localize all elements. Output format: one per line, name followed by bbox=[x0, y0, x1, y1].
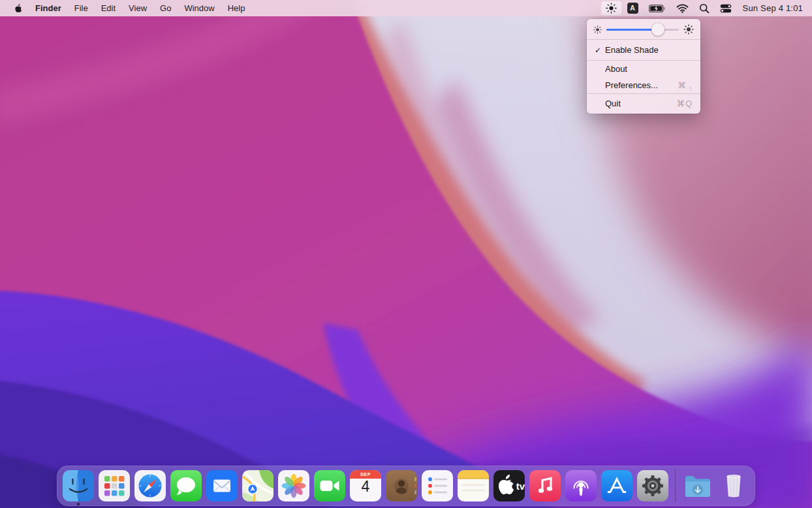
apple-logo-icon bbox=[493, 469, 516, 501]
dock-icon-music[interactable] bbox=[529, 470, 561, 501]
calendar-day-label: 4 bbox=[350, 478, 381, 496]
menu-window[interactable]: Window bbox=[178, 0, 221, 16]
menu-window-label: Window bbox=[184, 3, 214, 13]
apple-menu[interactable] bbox=[7, 0, 29, 16]
brightness-slider-fill bbox=[606, 29, 658, 31]
menu-file-label: File bbox=[74, 3, 88, 13]
brightness-slider-thumb[interactable] bbox=[651, 23, 664, 36]
menu-go[interactable]: Go bbox=[153, 0, 178, 16]
dock-divider bbox=[675, 469, 676, 502]
menu-help[interactable]: Help bbox=[221, 0, 252, 16]
appletv-label-row: tv bbox=[493, 470, 525, 501]
checkmark-icon: ✓ bbox=[595, 46, 605, 55]
brightness-low-icon bbox=[593, 25, 602, 34]
search-icon bbox=[699, 3, 710, 14]
menu-item-enable-shade[interactable]: ✓ Enable Shade bbox=[587, 40, 700, 60]
menu-item-about[interactable]: About bbox=[587, 61, 700, 77]
dock-icon-maps[interactable] bbox=[242, 470, 273, 501]
input-source-label: A bbox=[630, 5, 635, 12]
wifi-menubar-button[interactable] bbox=[672, 1, 693, 15]
menu-view-label: View bbox=[129, 3, 147, 13]
wifi-icon bbox=[676, 4, 689, 13]
brightness-slider-row bbox=[587, 20, 700, 39]
about-label: About bbox=[605, 64, 627, 74]
brightness-slider[interactable] bbox=[606, 29, 679, 31]
clock-label: Sun Sep 4 1:01 bbox=[743, 3, 803, 13]
menu-help-label: Help bbox=[228, 3, 245, 13]
dock-icon-system-preferences[interactable] bbox=[637, 470, 668, 501]
menu-file[interactable]: File bbox=[68, 0, 95, 16]
spotlight-menubar-button[interactable] bbox=[695, 1, 714, 15]
preferences-shortcut: ⌘ , bbox=[678, 80, 693, 90]
menu-go-label: Go bbox=[160, 3, 171, 13]
control-center-menubar-button[interactable] bbox=[715, 1, 736, 15]
dock-icon-reminders[interactable] bbox=[422, 470, 453, 501]
menu-edit[interactable]: Edit bbox=[95, 0, 122, 16]
calendar-month-label: SEP bbox=[350, 472, 381, 477]
preferences-label: Preferences... bbox=[605, 80, 658, 90]
dock-icon-app-store[interactable] bbox=[601, 470, 632, 501]
menu-finder-label: Finder bbox=[35, 3, 61, 13]
dock-icon-downloads-folder[interactable] bbox=[682, 470, 713, 501]
dock-icon-mail[interactable] bbox=[206, 470, 238, 501]
running-indicator bbox=[77, 503, 80, 505]
enable-shade-label: Enable Shade bbox=[605, 45, 659, 55]
dock-icon-messages[interactable] bbox=[170, 470, 202, 501]
dock-icon-facetime[interactable] bbox=[314, 470, 345, 501]
menu-edit-label: Edit bbox=[101, 3, 116, 13]
dock-icon-calendar[interactable]: SEP 4 bbox=[350, 470, 381, 501]
dock-icon-launchpad[interactable] bbox=[99, 470, 130, 501]
dock-icon-contacts[interactable] bbox=[386, 470, 417, 501]
dock-icon-podcasts[interactable] bbox=[565, 470, 597, 501]
input-source-icon: A bbox=[627, 3, 638, 14]
menu-item-preferences[interactable]: Preferences... ⌘ , bbox=[587, 77, 700, 93]
dock-icon-appletv[interactable]: tv bbox=[493, 470, 525, 501]
dock: SEP 4 bbox=[57, 466, 755, 506]
dock-icon-notes[interactable] bbox=[458, 470, 489, 501]
control-center-icon bbox=[720, 4, 732, 13]
input-source-menubar-button[interactable]: A bbox=[623, 1, 643, 15]
quit-label: Quit bbox=[605, 99, 621, 108]
shade-dropdown-menu: ✓ Enable Shade About Preferences... ⌘ , … bbox=[587, 19, 700, 114]
apple-logo-icon bbox=[13, 3, 22, 14]
battery-menubar-button[interactable] bbox=[644, 1, 670, 15]
quit-shortcut: ⌘Q bbox=[677, 99, 693, 108]
appletv-label: tv bbox=[516, 481, 525, 492]
shade-menubar-button[interactable] bbox=[601, 1, 621, 15]
menu-view[interactable]: View bbox=[122, 0, 153, 16]
menu-item-quit[interactable]: Quit ⌘Q bbox=[587, 94, 700, 113]
dock-icon-finder[interactable] bbox=[63, 470, 94, 501]
menu-bar: Finder File Edit View Go Window Help A bbox=[0, 0, 812, 16]
brightness-sun-icon bbox=[606, 3, 617, 14]
menubar-clock[interactable]: Sun Sep 4 1:01 bbox=[738, 1, 804, 15]
dock-icon-safari[interactable] bbox=[134, 470, 166, 501]
menu-finder[interactable]: Finder bbox=[29, 0, 68, 16]
dock-icon-trash[interactable] bbox=[718, 470, 749, 501]
dock-icon-photos[interactable] bbox=[278, 470, 309, 501]
brightness-high-icon bbox=[683, 24, 694, 35]
battery-charging-icon bbox=[649, 5, 666, 12]
